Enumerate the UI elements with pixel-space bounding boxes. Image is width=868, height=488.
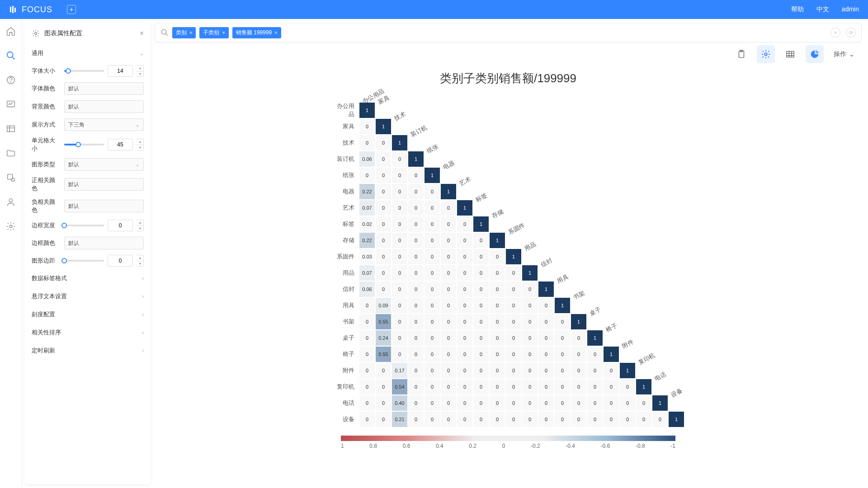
dec-button[interactable]: ▾ [137, 145, 143, 150]
margin-input[interactable] [108, 255, 133, 267]
heatmap-cell: 0 [375, 135, 392, 151]
heatmap-cell: 0 [489, 281, 505, 297]
legend-tick: -1 [670, 443, 675, 449]
clear-button[interactable]: × [830, 28, 840, 38]
heatmap-cell: 0 [359, 167, 375, 183]
section-refresh[interactable]: 定时刷新› [28, 342, 147, 360]
dec-button[interactable]: ▾ [137, 71, 143, 77]
heatmap-cell: 0 [457, 346, 473, 362]
heatmap-cell: 0 [424, 249, 440, 265]
search-bar[interactable]: 类别× 子类别× 销售额 199999× × ⟳ [155, 23, 862, 42]
heatmap-cell: 0 [392, 281, 408, 297]
heatmap-cell: 0.21 [392, 411, 408, 427]
heatmap-cell: 0 [375, 216, 392, 232]
border-w-slider[interactable] [64, 225, 104, 226]
cell-size-input[interactable] [108, 139, 133, 150]
inc-button[interactable]: ▴ [137, 139, 143, 145]
inc-button[interactable]: ▴ [137, 220, 143, 226]
heatmap-cell: 1 [668, 411, 684, 427]
add-tab-button[interactable]: + [67, 5, 76, 14]
settings-button[interactable] [757, 45, 775, 63]
tag-remove-icon[interactable]: × [189, 30, 192, 35]
heatmap-cell: 0 [375, 200, 392, 216]
inc-button[interactable]: ▴ [137, 255, 143, 261]
tag-remove-icon[interactable]: × [222, 30, 225, 35]
clipboard-button[interactable] [732, 45, 750, 63]
help-link[interactable]: 帮助 [791, 5, 804, 14]
heatmap-cell: 0 [440, 346, 457, 362]
nav-folder[interactable] [5, 147, 17, 159]
nav-chart[interactable] [5, 99, 17, 110]
chevron-down-icon: ⌄ [849, 51, 854, 58]
heatmap-cell: 0 [392, 330, 408, 346]
heatmap-cell: 0 [571, 395, 587, 411]
heatmap-cell: 0.24 [375, 330, 392, 346]
font-size-input[interactable] [108, 65, 133, 77]
heatmap-cell: 0.07 [359, 265, 375, 281]
chart-view-button[interactable] [806, 45, 824, 63]
pos-color-select[interactable]: 默认 [64, 178, 144, 191]
heatmap-cell: 0 [408, 314, 424, 330]
heatmap-cell: 0 [587, 362, 603, 379]
action-menu[interactable]: 操作⌄ [830, 50, 858, 58]
section-data-label[interactable]: 数据标签格式› [28, 269, 147, 287]
heatmap-ylabel: 书架 [332, 318, 359, 326]
heatmap-cell: 0 [522, 297, 538, 314]
heatmap-cell: 0 [440, 281, 457, 297]
search-tag[interactable]: 销售额 199999× [232, 27, 281, 38]
section-sort[interactable]: 相关性排序› [28, 324, 147, 342]
display-select[interactable]: 下三角⌄ [64, 118, 144, 131]
lang-link[interactable]: 中文 [816, 5, 829, 14]
nav-table[interactable] [5, 123, 17, 135]
heatmap-cell: 0 [424, 362, 440, 379]
heatmap-cell: 0.09 [375, 297, 392, 314]
section-scale[interactable]: 刻度配置› [28, 305, 147, 324]
font-color-select[interactable]: 默认 [64, 82, 144, 95]
heatmap-cell: 0 [538, 362, 554, 379]
config-close-button[interactable]: × [140, 29, 144, 38]
svg-point-3 [7, 52, 13, 58]
nav-resource[interactable] [5, 172, 17, 183]
heatmap-cell: 0 [522, 281, 538, 297]
heatmap-cell: 0 [457, 297, 473, 314]
margin-slider[interactable] [64, 260, 104, 262]
dec-button[interactable]: ▾ [137, 261, 143, 267]
search-tag[interactable]: 子类别× [199, 27, 228, 38]
nav-settings[interactable] [5, 221, 17, 232]
nav-home[interactable] [5, 25, 17, 37]
table-view-button[interactable] [781, 45, 799, 63]
border-w-input[interactable] [108, 220, 133, 231]
dec-button[interactable]: ▾ [137, 226, 143, 231]
chevron-right-icon: › [142, 275, 144, 282]
search-tag[interactable]: 类别× [172, 27, 196, 38]
heatmap-ylabel: 附件 [332, 366, 359, 375]
heatmap-cell: 0 [359, 330, 375, 346]
font-size-slider[interactable] [64, 70, 104, 72]
bg-color-select[interactable]: 默认 [64, 100, 144, 113]
heatmap-cell: 0.03 [359, 249, 375, 265]
heatmap-cell: 0 [554, 411, 571, 427]
chevron-right-icon: › [142, 311, 144, 318]
section-general[interactable]: 通用⌄ [28, 44, 147, 62]
user-link[interactable]: admin [842, 5, 859, 14]
refresh-button[interactable]: ⟳ [846, 28, 856, 38]
shape-select[interactable]: 默认⌄ [64, 158, 144, 171]
nav-user[interactable] [5, 196, 17, 208]
cell-size-slider[interactable] [64, 144, 104, 145]
tag-remove-icon[interactable]: × [274, 30, 277, 35]
section-tooltip[interactable]: 悬浮文本设置› [28, 287, 147, 305]
heatmap-cell: 1 [440, 183, 457, 200]
heatmap-cell: 0 [603, 395, 619, 411]
heatmap-cell: 1 [375, 118, 392, 135]
nav-search[interactable] [5, 50, 17, 61]
heatmap-cell: 0 [505, 330, 522, 346]
border-c-select[interactable]: 默认 [64, 237, 144, 249]
nav-help[interactable] [5, 74, 17, 86]
heatmap-cell: 0 [473, 232, 489, 249]
heatmap-cell: 0 [440, 249, 457, 265]
inc-button[interactable]: ▴ [137, 66, 143, 71]
svg-rect-0 [10, 7, 11, 12]
heatmap-ylabel: 用具 [332, 301, 359, 310]
heatmap-cell: 0 [392, 346, 408, 362]
neg-color-select[interactable]: 默认 [64, 200, 144, 212]
